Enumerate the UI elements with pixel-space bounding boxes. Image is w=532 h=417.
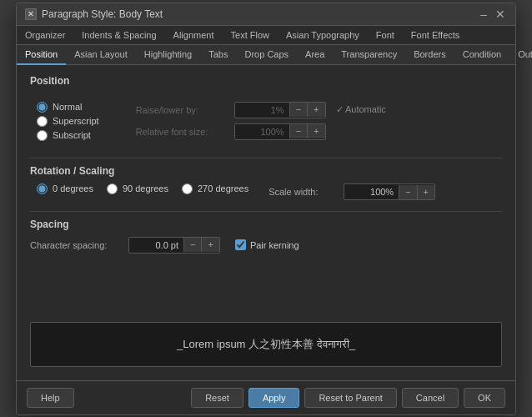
char-spacing-row: Character spacing: − + Pair kerning [30, 237, 502, 254]
radio-subscript-label: Subscript [53, 130, 91, 140]
relative-font-spin: − + [234, 123, 326, 140]
minimize-button[interactable]: – [479, 8, 489, 20]
reset-to-parent-button[interactable]: Reset to Parent [304, 388, 396, 408]
radio-subscript-row: Subscript [37, 130, 99, 141]
spacing-section-title: Spacing [30, 219, 502, 230]
position-fields: Raise/lower by: − + ✓ Automatic Relative… [136, 102, 386, 140]
position-section: Position Normal Superscript Subscript [30, 75, 502, 151]
close-button[interactable]: ✕ [494, 8, 507, 20]
spacing-section: Spacing Character spacing: − + Pair kern… [30, 219, 502, 254]
dialog-title: Paragraph Style: Body Text [42, 8, 163, 20]
tab-borders[interactable]: Borders [405, 45, 454, 64]
radio-270-degrees-label: 270 degrees [198, 183, 248, 193]
paragraph-style-dialog: ✕ Paragraph Style: Body Text – ✕ Organiz… [16, 3, 516, 415]
relative-font-increment[interactable]: + [307, 124, 324, 138]
title-bar: ✕ Paragraph Style: Body Text – ✕ [17, 3, 515, 26]
tab-outline-list[interactable]: Outline & List [509, 45, 532, 64]
title-bar-left: ✕ Paragraph Style: Body Text [25, 8, 163, 20]
scale-width-input[interactable] [344, 184, 399, 199]
char-spacing-input[interactable] [129, 238, 183, 253]
tab-drop-caps[interactable]: Drop Caps [236, 45, 297, 64]
char-spacing-spin: − + [128, 237, 220, 254]
dialog-footer: Help Reset Apply Reset to Parent Cancel … [17, 380, 515, 414]
reset-button[interactable]: Reset [191, 388, 243, 408]
title-bar-controls: – ✕ [479, 8, 507, 20]
tab-content: Position Normal Superscript Subscript [17, 65, 515, 315]
tab-asian-typography[interactable]: Asian Typography [278, 26, 368, 44]
radio-270deg-row: 270 degrees [182, 183, 248, 194]
pair-kerning-label: Pair kerning [250, 240, 299, 250]
tab-text-flow[interactable]: Text Flow [223, 26, 278, 44]
radio-90-degrees-label: 90 degrees [123, 183, 168, 193]
tab-font-effects[interactable]: Font Effects [403, 26, 469, 44]
help-button[interactable]: Help [27, 388, 74, 408]
app-icon: ✕ [25, 8, 37, 20]
radio-superscript[interactable] [37, 116, 48, 127]
radio-0-degrees[interactable] [37, 183, 48, 194]
tab-transparency[interactable]: Transparency [333, 45, 405, 64]
tab-condition[interactable]: Condition [454, 45, 509, 64]
tab-tabs[interactable]: Tabs [200, 45, 236, 64]
radio-90-degrees[interactable] [107, 183, 118, 194]
raise-lower-input[interactable] [235, 103, 289, 118]
tab-indents-spacing[interactable]: Indents & Spacing [73, 26, 164, 44]
rotation-section-title: Rotation / Scaling [30, 165, 502, 177]
tab-asian-layout[interactable]: Asian Layout [66, 45, 136, 64]
divider-1 [30, 158, 502, 158]
apply-button[interactable]: Apply [248, 388, 300, 408]
relative-font-label: Relative font size: [136, 127, 228, 137]
radio-subscript[interactable] [37, 130, 48, 141]
raise-lower-label: Raise/lower by: [136, 105, 228, 115]
scale-row: Scale width: − + [269, 183, 435, 200]
relative-font-decrement[interactable]: − [289, 124, 307, 138]
position-section-title: Position [30, 75, 502, 87]
relative-font-row: Relative font size: − + [136, 123, 386, 140]
radio-normal[interactable] [37, 102, 48, 113]
radio-normal-row: Normal [37, 102, 99, 113]
rotation-section: Rotation / Scaling 0 degrees 90 degrees … [30, 165, 502, 201]
rotation-radio-group: 0 degrees 90 degrees 270 degrees [37, 183, 248, 194]
radio-superscript-row: Superscript [37, 116, 99, 127]
raise-lower-increment[interactable]: + [307, 103, 324, 117]
tab-area[interactable]: Area [297, 45, 333, 64]
scale-width-label: Scale width: [269, 187, 337, 197]
cancel-button[interactable]: Cancel [402, 388, 459, 408]
tab-font[interactable]: Font [368, 26, 403, 44]
radio-0-degrees-label: 0 degrees [53, 183, 93, 193]
char-spacing-decrement[interactable]: − [183, 238, 201, 252]
preview-area: _Lorem ipsum 人之初性本善 देवनागरी_ [30, 322, 502, 367]
footer-left: Help [27, 388, 74, 408]
tab-position[interactable]: Position [17, 45, 66, 65]
raise-lower-row: Raise/lower by: − + ✓ Automatic [136, 102, 386, 118]
preview-text: _Lorem ipsum 人之初性本善 देवनागरी_ [177, 337, 355, 352]
tabs-row-1: Organizer Indents & Spacing Alignment Te… [17, 26, 515, 45]
radio-270-degrees[interactable] [182, 183, 193, 194]
scale-width-increment[interactable]: + [417, 185, 434, 199]
scale-width-decrement[interactable]: − [399, 185, 416, 199]
rotation-content: 0 degrees 90 degrees 270 degrees Scale w… [30, 183, 502, 201]
position-radio-group: Normal Superscript Subscript [37, 102, 99, 141]
pair-kerning-checkbox[interactable] [235, 239, 246, 250]
divider-2 [30, 211, 502, 212]
radio-90deg-row: 90 degrees [107, 183, 168, 194]
raise-lower-spin: − + [234, 102, 326, 118]
tab-organizer[interactable]: Organizer [17, 26, 73, 44]
relative-font-input[interactable] [235, 124, 289, 139]
scale-width-spin: − + [344, 183, 435, 200]
ok-button[interactable]: OK [464, 388, 505, 408]
radio-normal-label: Normal [53, 102, 82, 112]
tab-alignment[interactable]: Alignment [165, 26, 223, 44]
char-spacing-label: Character spacing: [30, 240, 122, 250]
raise-lower-decrement[interactable]: − [289, 103, 307, 117]
tab-highlighting[interactable]: Highlighting [136, 45, 200, 64]
footer-right: Reset Apply Reset to Parent Cancel OK [191, 388, 505, 408]
radio-superscript-label: Superscript [53, 116, 99, 126]
radio-0deg-row: 0 degrees [37, 183, 93, 194]
automatic-label: ✓ Automatic [336, 104, 386, 115]
pair-kerning-row: Pair kerning [235, 239, 299, 250]
char-spacing-increment[interactable]: + [201, 238, 218, 252]
tabs-row-2: Position Asian Layout Highlighting Tabs … [17, 45, 515, 65]
